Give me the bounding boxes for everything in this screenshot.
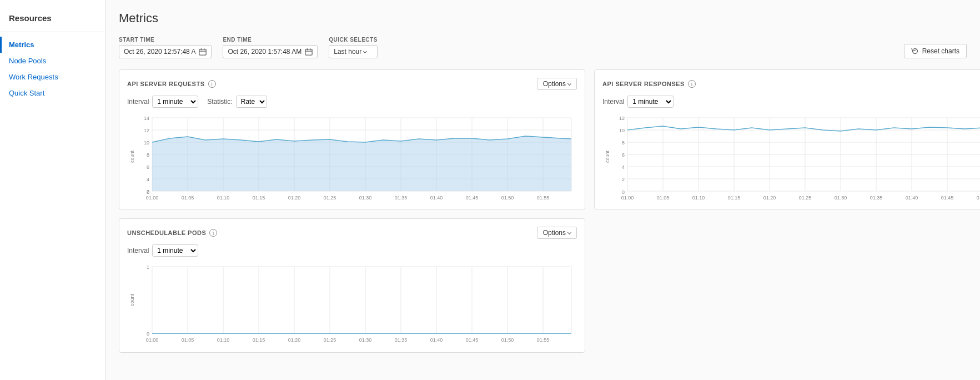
svg-text:10: 10 — [144, 140, 149, 146]
end-time-input[interactable]: Oct 26, 2020 1:57:48 AM — [223, 45, 318, 58]
svg-text:2: 2 — [622, 177, 625, 182]
api-requests-info-icon[interactable]: i — [208, 80, 216, 88]
unschedulable-pods-info-icon[interactable]: i — [209, 229, 217, 237]
quick-selects-group: QUICK SELECTS Last hour — [329, 37, 378, 58]
sidebar-item-metrics[interactable]: Metrics — [0, 37, 105, 53]
svg-text:8: 8 — [147, 152, 149, 158]
api-responses-title-row: API SERVER RESPONSES i — [602, 80, 696, 88]
unschedulable-pods-chart-card: UNSCHEDULABLE PODS i Options Interval 1 … — [119, 218, 585, 353]
svg-text:01:40: 01:40 — [430, 195, 443, 201]
start-time-label: START TIME — [119, 37, 212, 43]
api-responses-chart-card: API SERVER RESPONSES i Options Interval … — [594, 69, 980, 209]
api-requests-chart-card: API SERVER REQUESTS i Options Interval 1… — [119, 69, 585, 209]
svg-text:01:00: 01:00 — [621, 195, 634, 201]
svg-text:count: count — [605, 150, 610, 163]
svg-text:01:45: 01:45 — [466, 195, 479, 201]
svg-text:01:45: 01:45 — [466, 337, 479, 343]
svg-text:01:10: 01:10 — [217, 195, 230, 201]
interval-select-3[interactable]: 1 minute 5 minutes — [152, 244, 198, 257]
svg-text:01:05: 01:05 — [657, 195, 670, 201]
svg-text:01:40: 01:40 — [430, 337, 443, 343]
svg-text:6: 6 — [622, 152, 625, 158]
quick-selects-dropdown[interactable]: Last hour — [329, 45, 378, 58]
interval-control-3: Interval 1 minute 5 minutes — [127, 244, 198, 257]
svg-text:01:15: 01:15 — [728, 195, 741, 201]
controls-row: START TIME Oct 26, 2020 12:57:48 A END T… — [119, 37, 967, 58]
svg-text:01:05: 01:05 — [182, 195, 194, 201]
reset-label: Reset charts — [922, 47, 959, 55]
svg-text:0: 0 — [147, 189, 149, 195]
reset-charts-button[interactable]: Reset charts — [904, 44, 967, 58]
svg-text:4: 4 — [622, 164, 625, 170]
svg-text:01:30: 01:30 — [835, 195, 847, 201]
svg-text:01:25: 01:25 — [799, 195, 812, 201]
options-chevron-icon-3 — [567, 230, 571, 234]
svg-text:01:10: 01:10 — [692, 195, 705, 201]
svg-text:01:15: 01:15 — [253, 195, 265, 201]
unschedulable-pods-controls: Interval 1 minute 5 minutes — [127, 244, 577, 257]
start-time-input[interactable]: Oct 26, 2020 12:57:48 A — [119, 45, 212, 58]
sidebar-item-quick-start[interactable]: Quick Start — [0, 85, 105, 101]
svg-text:12: 12 — [144, 128, 149, 133]
quick-selects-value: Last hour — [334, 48, 361, 56]
api-requests-title: API SERVER REQUESTS — [127, 81, 205, 87]
start-time-value: Oct 26, 2020 12:57:48 A — [124, 48, 195, 56]
start-time-group: START TIME Oct 26, 2020 12:57:48 A — [119, 37, 212, 58]
svg-text:01:20: 01:20 — [763, 195, 776, 201]
interval-select[interactable]: 1 minute 5 minutes — [152, 96, 198, 108]
svg-text:14: 14 — [144, 116, 149, 121]
chevron-down-icon — [363, 49, 367, 53]
svg-text:01:00: 01:00 — [146, 337, 159, 343]
svg-text:01:10: 01:10 — [217, 337, 230, 343]
api-responses-title: API SERVER RESPONSES — [602, 81, 685, 87]
svg-text:01:45: 01:45 — [941, 195, 954, 201]
api-responses-svg: 12 10 8 6 4 2 0 01:00 01:05 01:10 01:15 … — [602, 112, 980, 201]
svg-text:count: count — [129, 293, 135, 306]
svg-text:01:35: 01:35 — [395, 337, 408, 343]
api-requests-title-row: API SERVER REQUESTS i — [127, 80, 216, 88]
api-requests-options-button[interactable]: Options — [537, 78, 577, 90]
sidebar-item-work-requests[interactable]: Work Requests — [0, 69, 105, 85]
quick-selects-label: QUICK SELECTS — [329, 37, 378, 43]
unschedulable-pods-options-button[interactable]: Options — [537, 227, 577, 239]
options-chevron-icon — [567, 81, 571, 85]
svg-text:01:25: 01:25 — [324, 195, 336, 201]
unschedulable-pods-header: UNSCHEDULABLE PODS i Options — [127, 227, 577, 239]
sidebar-item-node-pools[interactable]: Node Pools — [0, 53, 105, 69]
svg-text:01:50: 01:50 — [501, 337, 514, 343]
end-time-label: END TIME — [223, 37, 318, 43]
svg-text:01:55: 01:55 — [537, 195, 550, 201]
svg-text:01:30: 01:30 — [359, 337, 372, 343]
svg-rect-4 — [305, 49, 312, 56]
end-time-value: Oct 26, 2020 1:57:48 AM — [228, 48, 301, 56]
statistic-select[interactable]: Rate Sum — [236, 96, 267, 108]
calendar-icon — [199, 48, 207, 56]
api-responses-info-icon[interactable]: i — [688, 80, 696, 88]
svg-text:01:20: 01:20 — [288, 337, 301, 343]
svg-text:01:35: 01:35 — [395, 195, 408, 201]
svg-text:4: 4 — [147, 177, 149, 182]
svg-text:01:35: 01:35 — [870, 195, 883, 201]
api-responses-controls: Interval 1 minute 5 minutes — [602, 96, 980, 108]
reset-icon — [911, 47, 919, 55]
svg-text:1: 1 — [147, 264, 149, 270]
svg-text:8: 8 — [622, 140, 625, 146]
unschedulable-pods-chart-area: 1 0 01:00 01:05 01:10 01:15 01:20 01:25 … — [127, 261, 577, 344]
svg-text:01:30: 01:30 — [359, 195, 372, 201]
svg-text:0: 0 — [622, 189, 625, 195]
svg-text:0: 0 — [147, 331, 149, 337]
svg-text:01:05: 01:05 — [182, 337, 194, 343]
statistic-control: Statistic: Rate Sum — [207, 96, 267, 108]
sidebar-section-title: Resources — [0, 9, 105, 27]
calendar-icon-2 — [305, 48, 313, 56]
charts-grid: API SERVER REQUESTS i Options Interval 1… — [119, 69, 967, 353]
api-requests-controls: Interval 1 minute 5 minutes Statistic: R… — [127, 96, 577, 108]
svg-text:10: 10 — [619, 128, 625, 133]
svg-text:01:50: 01:50 — [977, 195, 980, 201]
interval-select-2[interactable]: 1 minute 5 minutes — [627, 96, 674, 108]
svg-text:6: 6 — [147, 164, 149, 170]
api-requests-chart-area: 14 12 10 8 6 4 2 0 01:00 01:05 — [127, 112, 577, 201]
interval-control-2: Interval 1 minute 5 minutes — [602, 96, 674, 108]
svg-text:01:55: 01:55 — [537, 337, 550, 343]
interval-control: Interval 1 minute 5 minutes — [127, 96, 198, 108]
